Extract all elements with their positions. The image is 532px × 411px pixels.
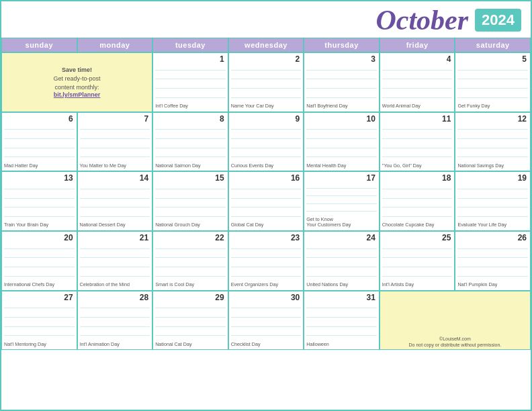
line <box>231 326 302 327</box>
promo-link[interactable]: bit.ly/smPlanner <box>54 91 101 98</box>
event-label: Nat'l Boyfriend Day <box>306 103 377 110</box>
day-12: 12 National Savings Day <box>455 112 531 172</box>
event-label: Mad Hatter Day <box>4 163 75 170</box>
line <box>382 79 453 79</box>
line <box>382 198 453 199</box>
line <box>457 267 528 267</box>
day-27: 27 Nat'l Mentoring Day <box>1 291 77 351</box>
line <box>80 156 150 157</box>
day-tuesday: tuesday <box>152 38 228 52</box>
line <box>382 129 453 130</box>
event-label: Get to KnowYour Customers Day <box>306 217 377 229</box>
day-24: 24 United Nations Day <box>304 231 380 291</box>
date-number: 27 <box>4 293 75 302</box>
date-number: 15 <box>155 173 226 183</box>
line <box>4 257 75 258</box>
line <box>155 148 226 148</box>
day-thursday: thursday <box>304 38 380 52</box>
line <box>231 189 302 189</box>
cell-lines <box>457 185 528 222</box>
cell-lines <box>457 125 528 162</box>
day-7: 7 You Matter to Me Day <box>77 112 153 172</box>
line <box>457 79 528 79</box>
line <box>80 248 150 249</box>
line <box>457 257 528 258</box>
line <box>4 248 75 249</box>
event-label: Smart is Cool Day <box>155 282 226 289</box>
date-number: 22 <box>155 233 226 242</box>
event-label: Checklist Day <box>231 342 302 349</box>
line <box>382 138 453 139</box>
line <box>80 216 150 217</box>
day-monday: monday <box>77 38 153 52</box>
event-label: Evaluate Your Life Day <box>457 222 528 229</box>
line <box>457 248 528 249</box>
cell-lines <box>306 185 377 216</box>
day-9: 9 Curious Events Day <box>228 112 304 172</box>
year-badge: 2024 <box>475 9 521 32</box>
day-15: 15 National Grouch Day <box>152 171 228 231</box>
day-6: 6 Mad Hatter Day <box>1 112 77 172</box>
day-wednesday: wednesday <box>228 38 304 52</box>
cell-lines <box>457 244 528 281</box>
line <box>155 335 226 336</box>
line <box>382 276 453 277</box>
line <box>306 276 377 277</box>
cell-lines <box>231 185 302 222</box>
cell-lines <box>155 304 226 340</box>
line <box>231 267 302 267</box>
month-title: October <box>375 4 468 36</box>
line <box>382 216 453 217</box>
day-5: 5 Get Funky Day <box>455 52 531 112</box>
header: October 2024 <box>1 1 531 38</box>
line <box>155 97 226 98</box>
line <box>457 129 528 130</box>
event-label: "You Go, Girl" Day <box>382 163 453 170</box>
event-label: Chocolate Cupcake Day <box>382 222 453 229</box>
line <box>231 156 302 157</box>
line <box>382 88 453 89</box>
cell-lines <box>155 65 226 102</box>
date-number: 19 <box>457 173 528 183</box>
copyright-line1: ©LouiseM.com <box>439 336 471 342</box>
line <box>306 335 377 336</box>
line <box>4 156 75 157</box>
day-8: 8 National Salmon Day <box>152 112 228 172</box>
line <box>231 216 302 217</box>
date-number: 10 <box>306 114 377 124</box>
cell-lines <box>4 185 75 222</box>
line <box>306 195 377 196</box>
line <box>382 248 453 249</box>
line <box>4 138 75 139</box>
cell-lines <box>231 125 302 162</box>
date-number: 28 <box>80 293 150 302</box>
line <box>306 156 377 157</box>
line <box>4 189 75 189</box>
line <box>382 257 453 258</box>
line <box>155 207 226 208</box>
line <box>306 317 377 318</box>
line <box>4 276 75 277</box>
line <box>457 97 528 98</box>
cell-lines <box>231 244 302 281</box>
line <box>80 138 150 139</box>
day-16: 16 Global Cat Day <box>228 171 304 231</box>
date-number: 18 <box>382 173 453 183</box>
day-22: 22 Smart is Cool Day <box>152 231 228 291</box>
line <box>4 335 75 336</box>
cell-lines <box>306 65 377 102</box>
line <box>4 317 75 318</box>
day-2: 2 Name Your Car Day <box>228 52 304 112</box>
calendar-grid: Save time! Get ready-to-post content mon… <box>1 52 531 410</box>
day-saturday: saturday <box>455 38 531 52</box>
cell-lines <box>306 125 377 162</box>
line <box>306 88 377 89</box>
date-number: 13 <box>4 173 75 183</box>
cell-lines <box>382 65 453 102</box>
date-number: 6 <box>4 114 75 124</box>
day-21: 21 Celebration of the Mind <box>77 231 153 291</box>
line <box>382 148 453 148</box>
event-label: Global Cat Day <box>231 222 302 229</box>
line <box>4 198 75 199</box>
event-label: International Chefs Day <box>4 282 75 289</box>
